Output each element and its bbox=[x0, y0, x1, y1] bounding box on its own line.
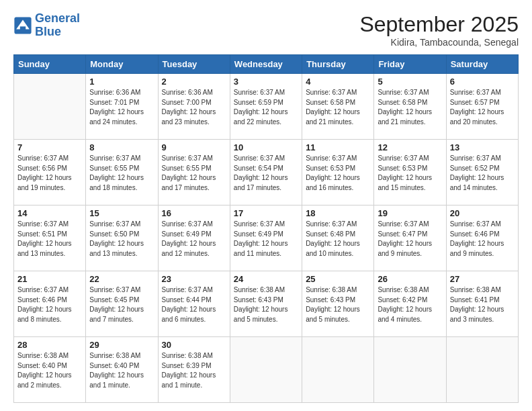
title-block: September 2025 Kidira, Tambacounda, Sene… bbox=[359, 12, 519, 48]
calendar-cell: 15Sunrise: 6:37 AM Sunset: 6:50 PM Dayli… bbox=[86, 205, 158, 271]
calendar-cell: 29Sunrise: 6:38 AM Sunset: 6:40 PM Dayli… bbox=[86, 337, 158, 403]
day-info: Sunrise: 6:37 AM Sunset: 6:58 PM Dayligh… bbox=[306, 88, 370, 127]
calendar-cell: 10Sunrise: 6:37 AM Sunset: 6:54 PM Dayli… bbox=[230, 140, 302, 205]
calendar-cell: 17Sunrise: 6:37 AM Sunset: 6:49 PM Dayli… bbox=[230, 205, 302, 271]
day-info: Sunrise: 6:37 AM Sunset: 6:53 PM Dayligh… bbox=[378, 154, 442, 193]
calendar-cell: 8Sunrise: 6:37 AM Sunset: 6:55 PM Daylig… bbox=[86, 140, 158, 205]
calendar-cell: 1Sunrise: 6:36 AM Sunset: 7:01 PM Daylig… bbox=[86, 74, 158, 140]
page: General Blue September 2025 Kidira, Tamb… bbox=[0, 0, 532, 411]
day-number: 30 bbox=[162, 340, 226, 350]
col-header-thursday: Thursday bbox=[302, 55, 374, 74]
calendar-cell bbox=[374, 337, 446, 403]
day-number: 23 bbox=[162, 274, 226, 284]
day-number: 21 bbox=[17, 274, 82, 284]
calendar-cell: 28Sunrise: 6:38 AM Sunset: 6:40 PM Dayli… bbox=[14, 337, 86, 403]
calendar-cell: 7Sunrise: 6:37 AM Sunset: 6:56 PM Daylig… bbox=[14, 140, 86, 205]
col-header-wednesday: Wednesday bbox=[230, 55, 302, 74]
logo-icon bbox=[13, 16, 32, 35]
day-number: 28 bbox=[17, 340, 82, 350]
day-info: Sunrise: 6:37 AM Sunset: 6:55 PM Dayligh… bbox=[89, 154, 154, 193]
day-number: 4 bbox=[306, 77, 370, 87]
day-number: 3 bbox=[234, 77, 298, 87]
logo-general: General bbox=[35, 11, 80, 25]
day-number: 5 bbox=[378, 77, 442, 87]
week-row-3: 14Sunrise: 6:37 AM Sunset: 6:51 PM Dayli… bbox=[14, 205, 519, 271]
calendar-cell: 18Sunrise: 6:37 AM Sunset: 6:48 PM Dayli… bbox=[302, 205, 374, 271]
calendar-cell: 16Sunrise: 6:37 AM Sunset: 6:49 PM Dayli… bbox=[158, 205, 230, 271]
day-info: Sunrise: 6:38 AM Sunset: 6:42 PM Dayligh… bbox=[378, 285, 442, 324]
day-info: Sunrise: 6:37 AM Sunset: 6:57 PM Dayligh… bbox=[450, 88, 515, 127]
calendar-cell: 26Sunrise: 6:38 AM Sunset: 6:42 PM Dayli… bbox=[374, 271, 446, 337]
day-info: Sunrise: 6:37 AM Sunset: 6:44 PM Dayligh… bbox=[162, 285, 226, 324]
calendar-cell bbox=[14, 74, 86, 140]
calendar-cell: 4Sunrise: 6:37 AM Sunset: 6:58 PM Daylig… bbox=[302, 74, 374, 140]
calendar-cell bbox=[230, 337, 302, 403]
day-info: Sunrise: 6:37 AM Sunset: 6:51 PM Dayligh… bbox=[17, 220, 82, 259]
calendar-cell bbox=[446, 337, 518, 403]
day-info: Sunrise: 6:37 AM Sunset: 6:47 PM Dayligh… bbox=[378, 220, 442, 259]
calendar-table: SundayMondayTuesdayWednesdayThursdayFrid… bbox=[13, 54, 519, 403]
calendar-cell: 9Sunrise: 6:37 AM Sunset: 6:55 PM Daylig… bbox=[158, 140, 230, 205]
calendar-cell: 25Sunrise: 6:38 AM Sunset: 6:43 PM Dayli… bbox=[302, 271, 374, 337]
day-info: Sunrise: 6:37 AM Sunset: 6:56 PM Dayligh… bbox=[17, 154, 82, 193]
day-info: Sunrise: 6:37 AM Sunset: 6:55 PM Dayligh… bbox=[162, 154, 226, 193]
day-number: 14 bbox=[17, 208, 82, 218]
calendar-cell: 2Sunrise: 6:36 AM Sunset: 7:00 PM Daylig… bbox=[158, 74, 230, 140]
logo: General Blue bbox=[13, 12, 80, 39]
day-info: Sunrise: 6:37 AM Sunset: 6:48 PM Dayligh… bbox=[306, 220, 370, 259]
day-info: Sunrise: 6:37 AM Sunset: 6:54 PM Dayligh… bbox=[234, 154, 298, 193]
day-info: Sunrise: 6:38 AM Sunset: 6:43 PM Dayligh… bbox=[234, 285, 298, 324]
calendar-cell: 20Sunrise: 6:37 AM Sunset: 6:46 PM Dayli… bbox=[446, 205, 518, 271]
main-title: September 2025 bbox=[359, 12, 519, 37]
week-row-5: 28Sunrise: 6:38 AM Sunset: 6:40 PM Dayli… bbox=[14, 337, 519, 403]
calendar-cell: 6Sunrise: 6:37 AM Sunset: 6:57 PM Daylig… bbox=[446, 74, 518, 140]
day-number: 9 bbox=[162, 142, 226, 152]
day-info: Sunrise: 6:37 AM Sunset: 6:50 PM Dayligh… bbox=[89, 220, 154, 259]
day-info: Sunrise: 6:37 AM Sunset: 6:49 PM Dayligh… bbox=[162, 220, 226, 259]
svg-rect-2 bbox=[20, 26, 26, 32]
day-number: 13 bbox=[450, 142, 515, 152]
day-number: 8 bbox=[89, 142, 154, 152]
col-header-saturday: Saturday bbox=[446, 55, 518, 74]
day-number: 16 bbox=[162, 208, 226, 218]
calendar-cell: 12Sunrise: 6:37 AM Sunset: 6:53 PM Dayli… bbox=[374, 140, 446, 205]
header: General Blue September 2025 Kidira, Tamb… bbox=[13, 12, 519, 48]
day-number: 22 bbox=[89, 274, 154, 284]
day-info: Sunrise: 6:38 AM Sunset: 6:43 PM Dayligh… bbox=[306, 285, 370, 324]
day-info: Sunrise: 6:37 AM Sunset: 6:59 PM Dayligh… bbox=[234, 88, 298, 127]
day-number: 7 bbox=[17, 142, 82, 152]
col-header-tuesday: Tuesday bbox=[158, 55, 230, 74]
day-info: Sunrise: 6:36 AM Sunset: 7:01 PM Dayligh… bbox=[89, 88, 154, 127]
day-info: Sunrise: 6:36 AM Sunset: 7:00 PM Dayligh… bbox=[162, 88, 226, 127]
calendar-cell: 19Sunrise: 6:37 AM Sunset: 6:47 PM Dayli… bbox=[374, 205, 446, 271]
day-info: Sunrise: 6:37 AM Sunset: 6:45 PM Dayligh… bbox=[89, 285, 154, 324]
day-number: 12 bbox=[378, 142, 442, 152]
logo-text: General Blue bbox=[35, 12, 80, 39]
week-row-1: 1Sunrise: 6:36 AM Sunset: 7:01 PM Daylig… bbox=[14, 74, 519, 140]
day-number: 10 bbox=[234, 142, 298, 152]
calendar-cell: 13Sunrise: 6:37 AM Sunset: 6:52 PM Dayli… bbox=[446, 140, 518, 205]
calendar-cell: 21Sunrise: 6:37 AM Sunset: 6:46 PM Dayli… bbox=[14, 271, 86, 337]
day-info: Sunrise: 6:37 AM Sunset: 6:58 PM Dayligh… bbox=[378, 88, 442, 127]
day-info: Sunrise: 6:37 AM Sunset: 6:53 PM Dayligh… bbox=[306, 154, 370, 193]
col-header-sunday: Sunday bbox=[14, 55, 86, 74]
day-number: 26 bbox=[378, 274, 442, 284]
day-number: 20 bbox=[450, 208, 515, 218]
day-number: 2 bbox=[162, 77, 226, 87]
day-number: 29 bbox=[89, 340, 154, 350]
day-info: Sunrise: 6:37 AM Sunset: 6:49 PM Dayligh… bbox=[234, 220, 298, 259]
calendar-cell: 3Sunrise: 6:37 AM Sunset: 6:59 PM Daylig… bbox=[230, 74, 302, 140]
day-number: 6 bbox=[450, 77, 515, 87]
day-number: 1 bbox=[89, 77, 154, 87]
col-header-monday: Monday bbox=[86, 55, 158, 74]
day-number: 27 bbox=[450, 274, 515, 284]
day-info: Sunrise: 6:38 AM Sunset: 6:40 PM Dayligh… bbox=[17, 351, 82, 390]
day-info: Sunrise: 6:37 AM Sunset: 6:52 PM Dayligh… bbox=[450, 154, 515, 193]
day-number: 15 bbox=[89, 208, 154, 218]
day-info: Sunrise: 6:38 AM Sunset: 6:40 PM Dayligh… bbox=[89, 351, 154, 390]
day-number: 18 bbox=[306, 208, 370, 218]
day-number: 24 bbox=[234, 274, 298, 284]
calendar-cell bbox=[302, 337, 374, 403]
calendar-cell: 11Sunrise: 6:37 AM Sunset: 6:53 PM Dayli… bbox=[302, 140, 374, 205]
subtitle: Kidira, Tambacounda, Senegal bbox=[359, 37, 519, 48]
